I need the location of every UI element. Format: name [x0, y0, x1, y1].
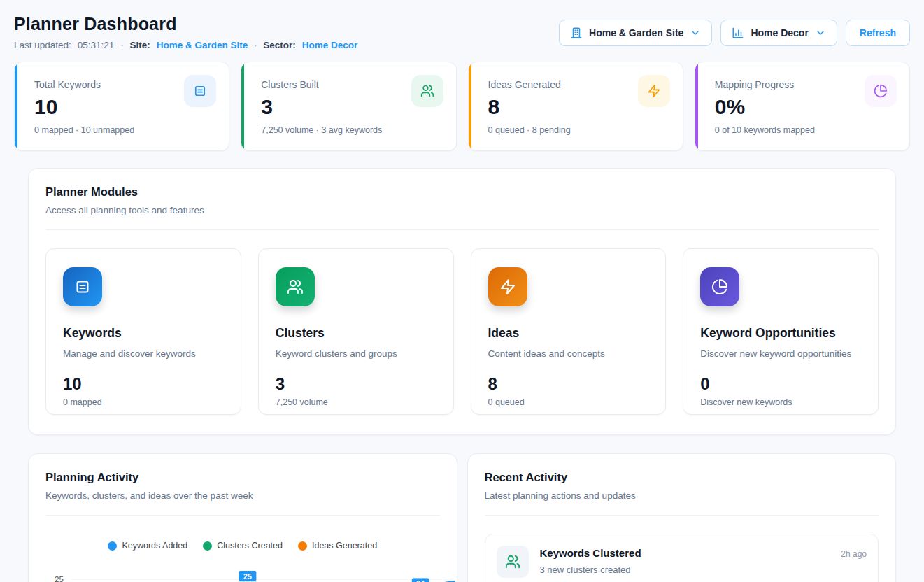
meta-separator: · — [254, 41, 257, 50]
module-card-ideas[interactable]: Ideas Content ideas and concepts 8 0 que… — [471, 248, 667, 415]
module-title: Keywords — [63, 326, 224, 341]
svg-text:24: 24 — [416, 579, 425, 582]
chevron-down-icon — [690, 27, 701, 38]
stat-sub: 0 queued · 8 pending — [488, 125, 667, 135]
stat-sub: 0 mapped · 10 unmapped — [34, 125, 213, 135]
module-sub: 0 mapped — [63, 397, 224, 407]
sector-selector-dropdown[interactable]: Home Decor — [720, 20, 837, 46]
activity-item-keywords-clustered: Keywords Clustered 2h ago 3 new clusters… — [485, 534, 879, 582]
module-iconbox — [63, 267, 102, 306]
legend-dot — [203, 541, 212, 551]
stat-card-clusters-built: Clusters Built 3 7,250 volume · 3 avg ke… — [241, 62, 456, 151]
document-icon — [74, 278, 91, 295]
site-label: Site: — [129, 40, 150, 50]
module-title: Keyword Opportunities — [700, 326, 861, 341]
stat-iconbox — [638, 75, 670, 107]
pie-chart-icon — [711, 278, 728, 295]
module-title: Clusters — [276, 326, 436, 341]
section-subtitle: Access all planning tools and features — [45, 205, 879, 215]
legend-dot — [298, 541, 307, 551]
module-card-keywords[interactable]: Keywords Manage and discover keywords 10… — [45, 248, 241, 415]
last-updated-value: 05:31:21 — [78, 40, 115, 50]
module-sub: 7,250 volume — [276, 397, 436, 407]
module-iconbox — [276, 267, 315, 306]
sector-label: Sector: — [263, 40, 296, 50]
stat-sub: 7,250 volume · 3 avg keywords — [261, 125, 440, 135]
module-value: 0 — [700, 374, 861, 394]
legend-label: Clusters Created — [217, 541, 283, 551]
activity-description: 3 new clusters created — [540, 565, 867, 575]
building-icon — [570, 27, 583, 39]
stat-iconbox — [184, 75, 216, 107]
planning-activity-line-chart: 25 25 24 — [29, 560, 457, 582]
site-selector-dropdown[interactable]: Home & Garden Site — [559, 20, 712, 46]
data-point-label: 25 — [239, 570, 257, 581]
module-card-clusters[interactable]: Clusters Keyword clusters and groups 3 7… — [258, 248, 454, 415]
module-description: Content ideas and concepts — [488, 348, 649, 359]
section-title: Planning Activity — [45, 471, 440, 484]
section-title: Planner Modules — [45, 185, 879, 199]
legend-dot — [108, 541, 117, 551]
planning-activity-header: Planning Activity Keywords, clusters, an… — [29, 454, 457, 516]
header-actions: Home & Garden Site Home Decor Refresh — [559, 20, 910, 46]
users-icon — [420, 84, 434, 98]
planner-modules-panel: Planner Modules Access all planning tool… — [28, 168, 896, 435]
data-point-label: 24 — [411, 578, 429, 582]
stat-card-mapping-progress: Mapping Progress 0% 0 of 10 keywords map… — [695, 62, 910, 151]
bar-chart-icon — [732, 27, 744, 39]
module-card-keyword-opportunities[interactable]: Keyword Opportunities Discover new keywo… — [683, 248, 879, 415]
recent-activity-card: Recent Activity Latest planning actions … — [467, 453, 897, 582]
stat-accent-bar — [469, 62, 471, 150]
module-iconbox — [488, 267, 527, 306]
modules-grid: Keywords Manage and discover keywords 10… — [29, 230, 895, 434]
stat-card-total-keywords: Total Keywords 10 0 mapped · 10 unmapped — [14, 62, 229, 151]
stat-accent-bar — [241, 62, 244, 150]
recent-activity-header: Recent Activity Latest planning actions … — [468, 454, 896, 516]
legend-label: Ideas Generated — [312, 541, 377, 551]
module-description: Manage and discover keywords — [63, 348, 224, 359]
stat-accent-bar — [695, 62, 698, 150]
planner-modules-header: Planner Modules Access all planning tool… — [29, 169, 895, 230]
planning-activity-card: Planning Activity Keywords, clusters, an… — [28, 453, 457, 582]
legend-label: Keywords Added — [122, 541, 187, 551]
pie-chart-icon — [874, 84, 888, 98]
legend-item-ideas-generated: Ideas Generated — [298, 541, 377, 551]
sector-link[interactable]: Home Decor — [302, 40, 358, 50]
stat-accent-bar — [15, 62, 17, 150]
planner-dashboard-page: Planner Dashboard Last updated: 05:31:21… — [0, 0, 924, 582]
section-subtitle: Latest planning actions and updates — [485, 490, 879, 501]
stat-card-ideas-generated: Ideas Generated 8 0 queued · 8 pending — [468, 62, 683, 151]
module-sub: 0 queued — [488, 397, 649, 407]
module-title: Ideas — [488, 326, 649, 341]
module-description: Discover new keyword opportunities — [700, 348, 861, 359]
refresh-button[interactable]: Refresh — [846, 20, 910, 46]
bottom-row: Planning Activity Keywords, clusters, an… — [28, 453, 896, 582]
sector-selector-label: Home Decor — [751, 27, 808, 38]
stats-row: Total Keywords 10 0 mapped · 10 unmapped… — [14, 62, 910, 151]
stat-sub: 0 of 10 keywords mapped — [715, 125, 894, 135]
meta-separator: · — [120, 41, 123, 50]
module-sub: Discover new keywords — [700, 397, 861, 407]
module-value: 3 — [276, 374, 436, 394]
section-title: Recent Activity — [485, 471, 879, 484]
users-icon — [505, 554, 520, 569]
last-updated-label: Last updated: — [14, 40, 71, 50]
document-icon — [193, 84, 207, 98]
refresh-label: Refresh — [860, 27, 896, 38]
chevron-down-icon — [815, 27, 826, 38]
activity-list: Keywords Clustered 2h ago 3 new clusters… — [468, 516, 896, 582]
svg-text:25: 25 — [243, 572, 252, 581]
zap-icon — [647, 84, 661, 98]
module-value: 10 — [63, 374, 224, 394]
legend-item-clusters-created: Clusters Created — [203, 541, 283, 551]
section-subtitle: Keywords, clusters, and ideas over the p… — [45, 490, 440, 501]
site-link[interactable]: Home & Garden Site — [157, 40, 248, 50]
activity-time: 2h ago — [841, 549, 867, 559]
y-axis-tick: 25 — [55, 575, 64, 582]
page-header: Planner Dashboard Last updated: 05:31:21… — [14, 14, 910, 50]
chart-legend: Keywords Added Clusters Created Ideas Ge… — [29, 541, 457, 551]
activity-title: Keywords Clustered — [540, 547, 641, 559]
site-selector-label: Home & Garden Site — [589, 27, 683, 38]
module-iconbox — [700, 267, 739, 306]
module-description: Keyword clusters and groups — [276, 348, 436, 359]
